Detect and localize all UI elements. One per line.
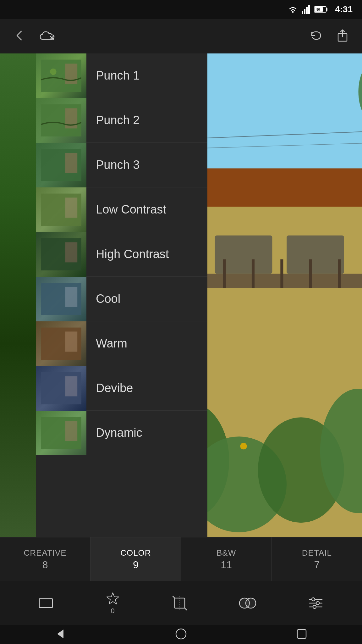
svg-rect-6 bbox=[326, 8, 327, 11]
sliders-icon bbox=[308, 595, 324, 611]
top-toolbar bbox=[0, 19, 362, 53]
svg-point-71 bbox=[176, 629, 186, 639]
back-icon bbox=[13, 29, 26, 42]
share-icon bbox=[336, 29, 349, 42]
tab-detail-label: DETAIL bbox=[302, 548, 332, 558]
filter-thumb-cool bbox=[36, 277, 86, 321]
filter-label-dynamic: Dynamic bbox=[86, 426, 207, 440]
transform-icon bbox=[172, 595, 188, 611]
svg-rect-34 bbox=[207, 168, 362, 207]
svg-text:80: 80 bbox=[316, 8, 320, 11]
star-count: 0 bbox=[111, 607, 114, 615]
photo-svg bbox=[207, 53, 362, 537]
svg-rect-2 bbox=[304, 9, 305, 14]
svg-rect-72 bbox=[297, 630, 306, 638]
undo-button[interactable] bbox=[309, 29, 323, 44]
toolbar-left bbox=[13, 29, 58, 44]
svg-rect-58 bbox=[175, 598, 185, 608]
tab-creative-label: CREATIVE bbox=[24, 548, 67, 558]
svg-line-60 bbox=[185, 608, 187, 610]
filter-label-punch1: Punch 1 bbox=[86, 69, 207, 82]
tab-color[interactable]: COLOR 9 bbox=[90, 537, 181, 581]
toolbar-right bbox=[309, 29, 349, 44]
left-photo-strip bbox=[0, 53, 36, 537]
svg-point-0 bbox=[292, 11, 293, 13]
svg-marker-70 bbox=[57, 630, 63, 638]
svg-rect-4 bbox=[308, 5, 310, 14]
filter-label-devibe: Devibe bbox=[86, 381, 207, 395]
cloud-cancel-icon bbox=[39, 29, 58, 43]
bottom-toolbar: 0 bbox=[0, 581, 362, 625]
crop-rect-icon bbox=[38, 597, 54, 609]
nav-home-icon bbox=[175, 628, 187, 640]
tab-color-label: COLOR bbox=[120, 548, 151, 558]
star-button[interactable]: 0 bbox=[105, 591, 121, 615]
status-bar: 80 4:31 bbox=[0, 0, 362, 19]
svg-point-69 bbox=[313, 605, 316, 608]
tab-bw-count: 11 bbox=[221, 559, 232, 571]
filter-thumb-punch2 bbox=[36, 98, 86, 143]
main-photo-preview bbox=[207, 53, 362, 537]
filter-item-warm[interactable]: Warm bbox=[36, 321, 207, 366]
tab-bw[interactable]: B&W 11 bbox=[181, 537, 272, 581]
svg-rect-21 bbox=[65, 197, 77, 218]
undo-icon bbox=[309, 29, 323, 42]
svg-rect-31 bbox=[65, 421, 77, 441]
svg-point-15 bbox=[50, 68, 56, 75]
signal-icon bbox=[302, 5, 310, 14]
filter-thumb-lowcontrast bbox=[36, 187, 86, 232]
wifi-icon bbox=[288, 5, 298, 14]
status-icons: 80 4:31 bbox=[288, 4, 353, 14]
battery-icon: 80 bbox=[314, 6, 328, 13]
tab-detail[interactable]: DETAIL 7 bbox=[272, 537, 362, 581]
nav-overview-button[interactable] bbox=[295, 628, 308, 641]
filter-item-lowcontrast[interactable]: Low Contrast bbox=[36, 187, 207, 232]
svg-rect-29 bbox=[65, 376, 77, 396]
nav-home-button[interactable] bbox=[175, 628, 187, 641]
filter-item-punch1[interactable]: Punch 1 bbox=[36, 53, 207, 98]
transform-button[interactable] bbox=[172, 595, 188, 611]
sliders-button[interactable] bbox=[308, 595, 324, 611]
svg-point-67 bbox=[312, 598, 315, 601]
svg-rect-3 bbox=[306, 7, 308, 14]
svg-rect-36 bbox=[287, 236, 344, 274]
bottom-tabs: CREATIVE 8 COLOR 9 B&W 11 DETAIL 7 bbox=[0, 537, 362, 581]
share-button[interactable] bbox=[336, 29, 349, 44]
nav-overview-icon bbox=[295, 628, 308, 640]
nav-back-button[interactable] bbox=[54, 628, 67, 641]
svg-rect-23 bbox=[65, 242, 77, 262]
filter-item-highcontrast[interactable]: High Contrast bbox=[36, 232, 207, 277]
nav-back-icon bbox=[54, 628, 67, 640]
crop-rect-button[interactable] bbox=[38, 597, 54, 609]
filter-thumb-warm bbox=[36, 321, 86, 366]
filter-item-punch3[interactable]: Punch 3 bbox=[36, 143, 207, 187]
filter-label-highcontrast: High Contrast bbox=[86, 247, 207, 261]
tab-creative-count: 8 bbox=[42, 559, 48, 571]
star-icon bbox=[105, 591, 121, 607]
svg-line-59 bbox=[173, 596, 175, 598]
svg-rect-1 bbox=[302, 11, 303, 14]
filter-thumb-highcontrast bbox=[36, 232, 86, 277]
filter-item-cool[interactable]: Cool bbox=[36, 277, 207, 321]
color-circles-icon bbox=[239, 595, 256, 611]
cloud-cancel-button[interactable] bbox=[39, 29, 58, 43]
filter-item-dynamic[interactable]: Dynamic bbox=[36, 411, 207, 455]
svg-rect-56 bbox=[39, 599, 52, 608]
filter-thumb-devibe bbox=[36, 366, 86, 411]
svg-point-51 bbox=[240, 443, 247, 449]
tab-bw-label: B&W bbox=[217, 548, 236, 558]
filter-item-punch2[interactable]: Punch 2 bbox=[36, 98, 207, 143]
svg-marker-57 bbox=[107, 593, 119, 604]
filter-label-punch2: Punch 2 bbox=[86, 114, 207, 127]
filter-thumb-punch3 bbox=[36, 143, 86, 187]
filter-label-punch3: Punch 3 bbox=[86, 158, 207, 172]
nav-bar bbox=[0, 625, 362, 644]
tab-color-count: 9 bbox=[133, 559, 139, 571]
filter-item-devibe[interactable]: Devibe bbox=[36, 366, 207, 411]
tab-creative[interactable]: CREATIVE 8 bbox=[0, 537, 90, 581]
svg-rect-27 bbox=[65, 331, 77, 352]
back-button[interactable] bbox=[13, 29, 26, 44]
color-adjust-button[interactable] bbox=[239, 595, 256, 611]
svg-point-68 bbox=[316, 602, 319, 605]
svg-rect-25 bbox=[65, 287, 77, 307]
